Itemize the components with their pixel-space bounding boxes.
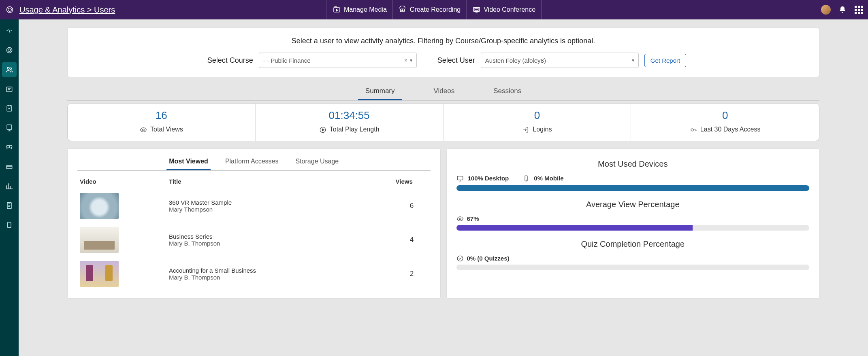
- sidebar-item-7[interactable]: [2, 140, 17, 155]
- folder-play-icon: [333, 6, 341, 14]
- video-views: 4: [396, 236, 428, 244]
- table-row[interactable]: Accounting for a Small Business Mary B. …: [77, 257, 431, 291]
- metric-value: 0: [635, 109, 815, 122]
- svg-point-25: [526, 180, 527, 181]
- sidebar-item-6[interactable]: [2, 121, 17, 135]
- sidebar-item-4[interactable]: [2, 82, 17, 96]
- filter-card: Select a user to view activity analytics…: [67, 28, 819, 77]
- app-logo-icon: [5, 5, 15, 15]
- video-title: 360 VR Master Sample: [169, 199, 396, 206]
- svg-rect-6: [475, 8, 478, 11]
- subtab-storage-usage[interactable]: Storage Usage: [293, 156, 341, 170]
- metric-value: 16: [72, 109, 251, 122]
- clear-course-icon[interactable]: ×: [402, 57, 410, 64]
- breadcrumb[interactable]: Usage & Analytics > Users: [19, 5, 115, 15]
- avatar[interactable]: [821, 5, 831, 15]
- tab-videos[interactable]: Videos: [427, 83, 462, 100]
- metric-label: Total Views: [150, 126, 183, 133]
- svg-point-9: [7, 67, 9, 69]
- manage-media-label: Manage Media: [344, 6, 387, 13]
- svg-marker-2: [336, 9, 337, 11]
- select-user-label: Select User: [422, 56, 475, 65]
- sidebar-item-users[interactable]: [2, 62, 17, 77]
- video-thumbnail: [80, 261, 119, 287]
- mobile-percent: 0% Mobile: [534, 175, 563, 182]
- svg-rect-11: [6, 87, 12, 92]
- top-bar: Usage & Analytics > Users Manage Media C…: [0, 0, 868, 19]
- video-table-header: Video Title Views: [77, 178, 431, 189]
- most-viewed-panel: Most Viewed Platform Accesses Storage Us…: [67, 148, 441, 299]
- metric-logins: 0 Logins: [444, 104, 631, 141]
- manage-media-button[interactable]: Manage Media: [326, 0, 392, 19]
- svg-point-22: [691, 129, 693, 131]
- filter-hint: Select a user to view activity analytics…: [80, 37, 807, 45]
- create-recording-label: Create Recording: [410, 6, 461, 13]
- devices-bar: [456, 185, 810, 191]
- sidebar-item-analytics[interactable]: [2, 179, 17, 193]
- tab-sessions[interactable]: Sessions: [486, 83, 529, 100]
- quiz-value: 0% (0 Quizzes): [467, 255, 510, 262]
- apps-grid-icon[interactable]: [854, 5, 863, 14]
- sidebar-item-5[interactable]: [2, 101, 17, 116]
- sidebar-item-11[interactable]: [2, 218, 17, 232]
- video-conference-button[interactable]: Video Conference: [466, 0, 542, 19]
- video-author: Mary B. Thompson: [169, 274, 396, 281]
- get-report-button[interactable]: Get Report: [644, 54, 686, 67]
- sidebar-item-2[interactable]: [2, 43, 17, 57]
- main-tabs: Summary Videos Sessions: [67, 83, 819, 101]
- chevron-down-icon: ▾: [410, 57, 412, 63]
- quiz-heading: Quiz Completion Percentage: [456, 239, 810, 249]
- subtab-most-viewed[interactable]: Most Viewed: [166, 156, 211, 170]
- metric-last30: 0 Last 30 Days Access: [631, 104, 819, 141]
- sub-tabs: Most Viewed Platform Accesses Storage Us…: [77, 156, 431, 171]
- svg-point-14: [6, 145, 9, 148]
- svg-point-4: [402, 10, 403, 11]
- svg-point-0: [7, 7, 13, 13]
- play-circle-icon: [319, 126, 326, 134]
- eye-icon: [456, 215, 464, 222]
- subtab-platform-accesses[interactable]: Platform Accesses: [223, 156, 281, 170]
- metric-label: Total Play Length: [330, 126, 380, 133]
- svg-rect-17: [7, 203, 11, 209]
- notifications-icon[interactable]: [838, 5, 847, 14]
- svg-point-27: [457, 256, 463, 261]
- video-title: Accounting for a Small Business: [169, 267, 396, 274]
- svg-rect-13: [7, 125, 12, 130]
- quiz-bar: [456, 265, 810, 270]
- svg-point-7: [6, 47, 12, 53]
- eye-icon: [140, 126, 147, 134]
- metrics-card: 16 Total Views 01:34:55 Total Play Lengt…: [67, 103, 819, 141]
- tab-summary[interactable]: Summary: [358, 83, 402, 100]
- create-recording-button[interactable]: Create Recording: [392, 0, 466, 19]
- header-right: [821, 5, 863, 15]
- svg-rect-16: [6, 165, 12, 169]
- select-user-dropdown[interactable]: Austen Foley (afoley8) ▾: [481, 53, 639, 68]
- metric-play-length: 01:34:55 Total Play Length: [256, 104, 444, 141]
- sidebar-item-1[interactable]: [2, 23, 17, 38]
- table-row[interactable]: 360 VR Master Sample Mary Thompson 6: [77, 189, 431, 223]
- avg-view-bar: [456, 225, 810, 231]
- video-conference-icon: [472, 6, 480, 14]
- desktop-icon: [456, 174, 464, 182]
- video-thumbnail: [80, 227, 119, 253]
- sidebar-item-8[interactable]: [2, 159, 17, 174]
- col-views: Views: [396, 178, 428, 185]
- select-user-value: Austen Foley (afoley8): [485, 57, 546, 64]
- video-views: 6: [396, 202, 428, 210]
- svg-point-8: [8, 49, 11, 52]
- table-row[interactable]: Business Series Mary B. Thompson 4: [77, 223, 431, 257]
- video-author: Mary Thompson: [169, 206, 396, 213]
- check-circle-icon: [456, 254, 464, 262]
- metric-label: Last 30 Days Access: [700, 126, 761, 133]
- select-course-dropdown[interactable]: - - Public Finance × ▾: [259, 53, 417, 68]
- main-content: Select a user to view activity analytics…: [19, 19, 868, 356]
- video-author: Mary B. Thompson: [169, 240, 396, 247]
- key-icon: [690, 126, 697, 134]
- video-title: Business Series: [169, 233, 396, 240]
- login-icon: [522, 126, 529, 134]
- svg-point-10: [10, 68, 11, 69]
- camera-record-icon: [399, 6, 407, 14]
- svg-point-26: [459, 218, 461, 220]
- sidebar-item-10[interactable]: [2, 198, 17, 213]
- left-sidebar: [0, 19, 19, 356]
